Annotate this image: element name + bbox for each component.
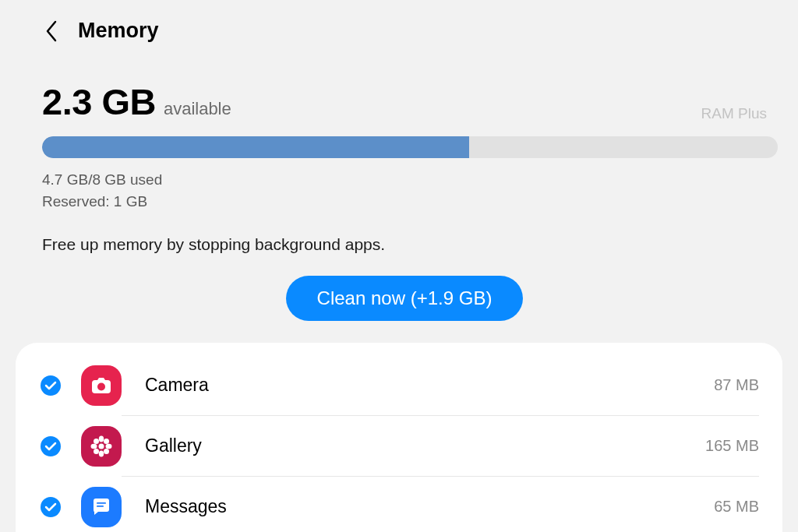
ram-plus-link[interactable]: RAM Plus xyxy=(701,105,767,124)
app-name: Camera xyxy=(145,375,714,396)
svg-point-4 xyxy=(99,450,104,456)
svg-point-2 xyxy=(99,443,104,449)
app-size: 87 MB xyxy=(714,376,759,394)
available-size: 2.3 GB xyxy=(42,80,156,123)
status-section: 2.3 GB available RAM Plus 4.7 GB/8 GB us… xyxy=(0,57,798,321)
app-size: 165 MB xyxy=(705,437,759,455)
header: Memory xyxy=(0,0,798,57)
gallery-icon xyxy=(81,426,122,467)
svg-point-5 xyxy=(91,443,97,448)
messages-icon xyxy=(81,487,122,527)
checkbox-checked[interactable] xyxy=(41,497,61,517)
memory-progress-fill xyxy=(42,136,469,158)
usage-text: 4.7 GB/8 GB used Reserved: 1 GB xyxy=(42,169,767,212)
app-name: Messages xyxy=(145,496,714,517)
app-list-card: Camera 87 MB Gallery 165 MB Messages 65 … xyxy=(16,343,782,532)
available-label: available xyxy=(164,99,231,124)
memory-progress-bar xyxy=(42,136,778,158)
app-row[interactable]: Gallery 165 MB xyxy=(41,416,759,476)
app-size: 65 MB xyxy=(714,498,759,516)
svg-point-9 xyxy=(94,449,99,454)
checkbox-checked[interactable] xyxy=(41,375,61,396)
app-row[interactable]: Camera 87 MB xyxy=(41,355,759,415)
back-icon[interactable] xyxy=(44,19,61,43)
checkbox-checked[interactable] xyxy=(41,436,61,456)
camera-icon xyxy=(81,365,122,406)
svg-point-1 xyxy=(97,382,105,390)
svg-point-3 xyxy=(99,435,104,442)
description: Free up memory by stopping background ap… xyxy=(42,235,767,254)
used-line: 4.7 GB/8 GB used xyxy=(42,169,767,191)
clean-now-button[interactable]: Clean now (+1.9 GB) xyxy=(286,276,524,321)
reserved-line: Reserved: 1 GB xyxy=(42,191,767,213)
app-row[interactable]: Messages 65 MB xyxy=(41,477,759,532)
app-name: Gallery xyxy=(145,435,705,456)
svg-point-7 xyxy=(94,439,99,444)
svg-point-6 xyxy=(106,443,112,448)
svg-rect-12 xyxy=(97,506,104,507)
page-title: Memory xyxy=(78,19,159,43)
svg-point-8 xyxy=(104,439,109,444)
svg-point-10 xyxy=(104,449,109,454)
svg-rect-11 xyxy=(97,502,106,504)
